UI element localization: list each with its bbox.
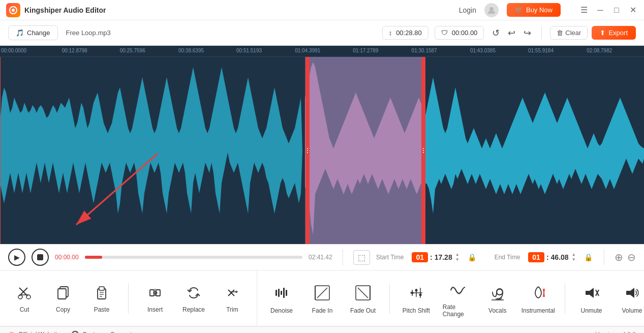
waveform-area[interactable]: // This will be rendered as static SVG p… [0, 57, 644, 244]
tick-3: 00:38.6395 [178, 48, 204, 53]
file-name-label: Free Loop.mp3 [66, 29, 111, 37]
version-label: Version: v4.0.8 [596, 331, 636, 334]
tool-fade-out[interactable]: Fade Out [349, 283, 377, 314]
paste-icon [93, 284, 111, 302]
minimize-button[interactable]: ─ [595, 5, 605, 15]
fade-in-label: Fade In [312, 307, 333, 314]
tick-7: 01:30.1587 [412, 48, 437, 53]
menu-button[interactable]: ☰ [579, 5, 589, 15]
undo-history-button[interactable]: ↺ [490, 25, 502, 41]
selection-mode-button[interactable]: ⬚ [353, 250, 370, 265]
tick-9: 01:55.9184 [528, 48, 554, 53]
maximize-button[interactable]: □ [611, 5, 622, 15]
tick-1: 00:12.8798 [62, 48, 87, 53]
support-icon: 🎧 [71, 330, 79, 334]
zoom-out-button[interactable]: ⊖ [627, 251, 636, 263]
svg-point-37 [415, 289, 417, 291]
tool-copy[interactable]: Copy [51, 284, 75, 313]
start-time-up[interactable]: ▲ [455, 252, 459, 257]
playback-current-time: 00:00.00 [55, 254, 79, 261]
tool-fade-in[interactable]: Fade In [308, 283, 336, 314]
official-website-label: Official Website [18, 331, 60, 334]
tools-divider-3 [565, 283, 565, 314]
tools-panel: Cut Copy Paste [0, 270, 644, 326]
stop-button[interactable] [32, 249, 49, 266]
time-duration-display: 🛡 00:00.00 [435, 26, 484, 40]
tool-paste[interactable]: Paste [89, 284, 114, 313]
tick-6: 01:17.2789 [353, 48, 378, 53]
volume-icon [622, 283, 642, 303]
trim-icon [223, 284, 241, 302]
end-mins: 01 [528, 252, 544, 262]
tick-4: 00:51.5193 [236, 48, 262, 53]
tool-cut[interactable]: Cut [12, 284, 37, 313]
tick-2: 00:25.7596 [120, 48, 145, 53]
tools-left: Cut Copy Paste [0, 270, 257, 326]
tools-divider-2 [389, 283, 390, 314]
customer-support-label: Customer Support [82, 331, 132, 334]
svg-rect-23 [275, 290, 277, 296]
fade-out-icon [353, 283, 373, 303]
clear-button[interactable]: 🗑 Clear [550, 26, 588, 40]
instrumental-label: Instrumental [522, 307, 555, 314]
export-button[interactable]: ⬆ Export [592, 26, 636, 40]
app-title: Kingshiper Audio Editor [24, 6, 459, 14]
denoise-icon [271, 283, 292, 303]
change-file-button[interactable]: 🎵 Change [8, 25, 58, 40]
paste-label: Paste [94, 306, 110, 313]
tool-pitch-shift[interactable]: Pitch Shift [402, 283, 431, 314]
svg-rect-26 [283, 288, 285, 298]
tool-instrumental[interactable]: Instrumental [524, 283, 553, 314]
svg-rect-43 [586, 291, 590, 295]
end-lock-icon[interactable]: 🔒 [584, 253, 593, 261]
timeline-ruler: 00:00.0000 00:12.8798 00:25.7596 00:38.6… [0, 46, 644, 57]
tool-vocals[interactable]: Vocals [483, 283, 512, 314]
fade-out-label: Fade Out [350, 307, 376, 314]
unmute-label: Unmute [580, 307, 602, 314]
end-time-stepper[interactable]: ▲ ▼ [572, 252, 576, 262]
svg-rect-16 [99, 287, 104, 290]
end-time-down[interactable]: ▼ [572, 257, 576, 262]
play-button[interactable]: ▶ [8, 249, 25, 266]
start-mins: 01 [412, 252, 428, 262]
vocals-icon [487, 283, 508, 303]
zoom-in-button[interactable]: ⊕ [615, 251, 623, 263]
stop-icon [37, 254, 43, 260]
login-button[interactable]: Login [459, 6, 476, 14]
buy-now-button[interactable]: 🛒 Buy Now [507, 3, 561, 17]
cart-icon: 🛒 [515, 6, 523, 14]
end-time-up[interactable]: ▲ [572, 252, 576, 257]
unmute-icon [581, 283, 602, 303]
start-time-down[interactable]: ▼ [455, 257, 459, 262]
replace-icon [185, 284, 203, 302]
tool-unmute[interactable]: Unmute [577, 283, 606, 314]
app-logo [6, 3, 20, 17]
progress-bar[interactable] [85, 256, 302, 259]
start-time-stepper[interactable]: ▲ ▼ [455, 252, 459, 262]
status-bar: 🖥 Official Website 🎧 Customer Support Ve… [0, 326, 644, 333]
tool-insert[interactable]: Insert [143, 284, 167, 313]
close-button[interactable]: ✕ [628, 5, 638, 15]
undo-button[interactable]: ↩ [506, 25, 517, 41]
tool-rate-change[interactable]: Rate Change [443, 279, 471, 318]
tool-trim[interactable]: Trim [220, 284, 244, 313]
copy-icon [54, 284, 72, 302]
tool-denoise[interactable]: Denoise [267, 283, 296, 314]
instrumental-icon [528, 283, 548, 303]
fade-in-icon [312, 283, 332, 303]
customer-support-link[interactable]: 🎧 Customer Support [71, 330, 132, 334]
zoom-controls: ⊕ ⊖ [615, 251, 636, 263]
waveform-container[interactable]: 00:00.0000 00:12.8798 00:25.7596 00:38.6… [0, 46, 644, 244]
timeline: 00:00.0000 00:12.8798 00:25.7596 00:38.6… [0, 46, 644, 57]
toolbar-right: ↺ ↩ ↪ 🗑 Clear ⬆ Export [490, 25, 636, 41]
title-bar: Kingshiper Audio Editor Login 🛒 Buy Now … [0, 0, 644, 20]
tick-0: 00:00.0000 [1, 48, 26, 53]
start-lock-icon[interactable]: 🔒 [468, 253, 476, 261]
denoise-label: Denoise [270, 307, 293, 314]
time-info-section: Start Time 01 : 17.28 ▲ ▼ 🔒 End Time 01 … [376, 252, 594, 262]
redo-button[interactable]: ↪ [522, 25, 533, 41]
svg-rect-24 [278, 289, 280, 297]
tool-volume[interactable]: Volume [618, 283, 645, 314]
tool-replace[interactable]: Replace [181, 284, 206, 313]
official-website-link[interactable]: 🖥 Official Website [8, 330, 60, 334]
